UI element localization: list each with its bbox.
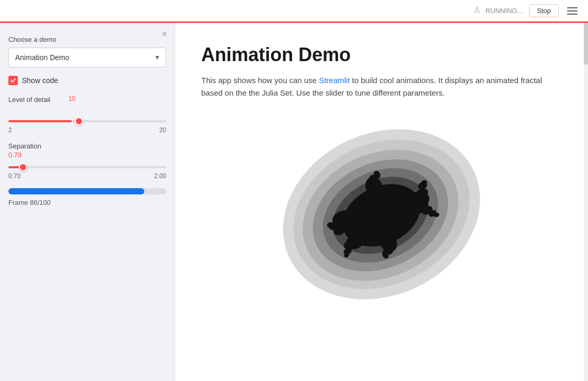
sidebar: × Choose a demo Animation Demo Uber Ride… [0, 23, 175, 381]
topbar: RUNNING... Stop [0, 0, 588, 23]
demo-select[interactable]: Animation Demo Uber Ridesharing NYC Uber… [9, 48, 166, 67]
progress-section: Frame 86/100 [8, 188, 166, 206]
frame-label: Frame 86/100 [8, 199, 166, 206]
progress-bar-fill [8, 188, 144, 194]
demo-select-wrapper: Animation Demo Uber Ridesharing NYC Uber… [8, 48, 166, 67]
running-status: RUNNING... [472, 6, 523, 16]
separation-slider[interactable] [8, 166, 166, 168]
stop-button[interactable]: Stop [529, 4, 559, 17]
hamburger-menu-icon[interactable] [565, 5, 580, 17]
show-code-label: Show code [22, 76, 58, 85]
fractal-container [201, 115, 562, 314]
show-code-checkbox[interactable] [8, 76, 18, 85]
level-of-detail-label: Level of detail [8, 96, 166, 103]
running-icon [472, 6, 482, 16]
level-of-detail-range: 2 20 [8, 126, 166, 134]
page-title: Animation Demo [201, 44, 562, 66]
choose-demo-label: Choose a demo [8, 36, 166, 43]
checkmark-icon [10, 77, 16, 84]
separation-range: 0.70 2.00 [8, 172, 166, 180]
scrollbar-thumb[interactable] [584, 23, 588, 65]
scrollbar-track [584, 23, 588, 381]
separation-label: Separation [8, 142, 166, 150]
level-of-detail-value: 10 [68, 95, 75, 102]
fractal-image [261, 115, 502, 314]
content-area: Animation Demo This app shows how you ca… [175, 23, 588, 381]
separation-value: 0.79 [8, 151, 166, 159]
separation-min: 0.70 [8, 172, 20, 180]
show-code-row: Show code [8, 76, 166, 85]
level-of-detail-max: 20 [159, 126, 166, 134]
level-of-detail-slider[interactable] [8, 120, 166, 122]
close-button[interactable]: × [162, 29, 167, 39]
streamlit-link[interactable]: Streamlit [319, 76, 350, 85]
level-of-detail-min: 2 [8, 126, 12, 134]
main-layout: × Choose a demo Animation Demo Uber Ride… [0, 23, 588, 381]
separation-section: Separation 0.79 0.70 2.00 [8, 142, 166, 180]
separation-max: 2.00 [154, 172, 166, 180]
running-label: RUNNING... [486, 7, 523, 15]
content-description: This app shows how you can use Streamlit… [201, 74, 557, 99]
level-of-detail-section: Level of detail 10 2 20 [8, 96, 166, 134]
progress-bar-bg [8, 188, 166, 194]
